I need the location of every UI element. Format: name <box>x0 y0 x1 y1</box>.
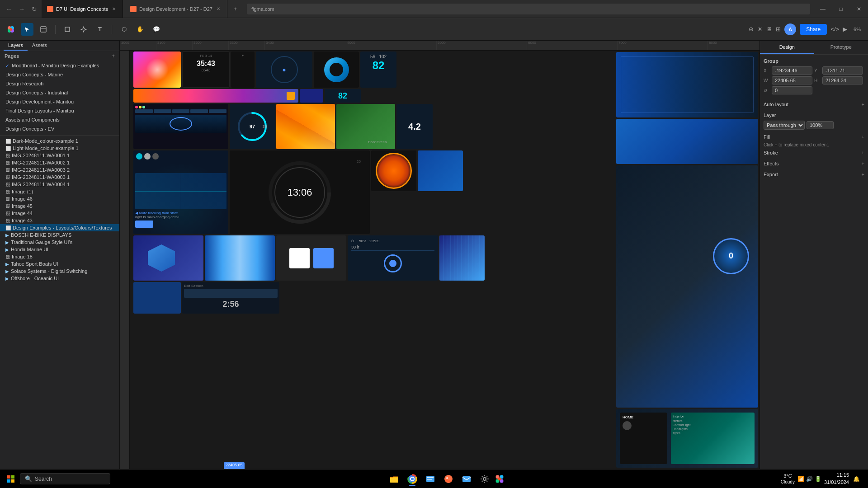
layer-section-header[interactable]: Layer <box>764 110 864 121</box>
layer-image-46[interactable]: 🖼 Image 46 <box>0 195 119 202</box>
move-tool[interactable] <box>21 23 33 36</box>
opacity-input[interactable] <box>807 121 834 129</box>
cursor-icon[interactable]: ⊕ <box>749 26 754 33</box>
component-tool[interactable]: ⬡ <box>118 23 130 36</box>
new-tab-button[interactable]: + <box>229 6 241 12</box>
text-tool[interactable]: T <box>94 23 106 36</box>
tab-d7-design[interactable]: D7 UI Design Concepts ✕ <box>42 0 123 18</box>
user-avatar[interactable]: A <box>784 23 796 35</box>
design-tab[interactable]: Design <box>760 41 814 54</box>
layers-tab[interactable]: Layers <box>4 41 28 51</box>
layer-img-wa0003-1[interactable]: 🖼 IMG-20248111-WA0003 1 <box>0 174 119 181</box>
window-maximize[interactable]: □ <box>832 2 850 16</box>
zoom-indicator[interactable]: 6% <box>851 27 863 32</box>
x-input[interactable] <box>772 66 812 75</box>
taskbar-mail[interactable] <box>458 471 475 487</box>
play-button[interactable]: ▶ <box>843 26 847 33</box>
tab-close-1[interactable]: ✕ <box>111 6 117 12</box>
canvas-content[interactable]: FEB 14 35:43 3543 ● ● <box>130 51 760 469</box>
page-dev-manitou[interactable]: Design Development - Manitou <box>0 97 119 106</box>
tab-design-dev[interactable]: Design Development - D27 - D27 ✕ <box>125 0 227 18</box>
export-section-header[interactable]: Export + <box>764 169 864 180</box>
layer-design-examples[interactable]: ⬜ Design Examples - Layouts/Colours/Text… <box>0 224 119 231</box>
w-input[interactable] <box>772 76 812 84</box>
layer-tahoe[interactable]: ▶ Tahoe Sport Boats UI <box>0 260 119 267</box>
taskbar-figma[interactable] <box>495 474 505 484</box>
h-input[interactable] <box>822 76 863 84</box>
layer-bosch[interactable]: ▶ BOSCH E-BIKE DISPLAYS <box>0 231 119 239</box>
layer-offshore[interactable]: ▶ Offshore - Oceanic UI <box>0 275 119 282</box>
taskbar-explorer[interactable] <box>386 471 402 487</box>
forward-button[interactable]: → <box>16 4 27 14</box>
page-marine[interactable]: Design Concepts - Marine <box>0 70 119 79</box>
frame-tool[interactable] <box>37 23 50 36</box>
auto-layout-header[interactable]: Auto layout + <box>764 99 864 110</box>
battery-icon[interactable]: 🔋 <box>815 476 821 482</box>
layer-img-wa0001[interactable]: 🖼 IMG-20248111-WA0001 1 <box>0 152 119 159</box>
effects-add[interactable]: + <box>862 161 864 166</box>
taskbar-files[interactable] <box>422 471 439 487</box>
window-minimize[interactable]: — <box>814 2 832 16</box>
taskbar-photos[interactable] <box>440 471 457 487</box>
effects-section-header[interactable]: Effects + <box>764 158 864 169</box>
taskbar-settings[interactable] <box>476 471 493 487</box>
auto-layout-add[interactable]: + <box>862 102 864 107</box>
y-input[interactable] <box>822 66 863 75</box>
layer-img-wa0003-2[interactable]: 🖼 IMG-20248111-WA0003 2 <box>0 166 119 174</box>
window-close[interactable]: ✕ <box>850 2 868 16</box>
tab-close-2[interactable]: ✕ <box>215 6 222 12</box>
pen-tool[interactable] <box>77 23 90 36</box>
taskbar-time[interactable]: 11:15 31/01/2024 <box>824 472 849 486</box>
layer-dark-mode[interactable]: ⬜ Dark-Mode_colour-example 1 <box>0 137 119 145</box>
stroke-section-header[interactable]: Stroke + <box>764 147 864 158</box>
layer-solace[interactable]: ▶ Solace Systems - Digital Switching <box>0 267 119 275</box>
stroke-add[interactable]: + <box>862 150 864 155</box>
notification-button[interactable]: 🔔 <box>852 472 861 486</box>
page-ev[interactable]: Design Concepts - EV <box>0 124 119 133</box>
add-page-button[interactable]: + <box>112 53 115 59</box>
layer-image-18[interactable]: 🖼 Image 18 <box>0 253 119 260</box>
prototype-tab[interactable]: Prototype <box>814 41 868 54</box>
address-bar[interactable]: figma.com <box>251 6 274 12</box>
page-industrial[interactable]: Design Concepts - Industrial <box>0 88 119 97</box>
fill-section-header[interactable]: Fill + <box>764 131 864 142</box>
design-card-dashboard <box>133 104 228 149</box>
layer-image-44[interactable]: 🖼 Image 44 <box>0 210 119 217</box>
network-icon[interactable]: 📶 <box>797 476 804 482</box>
layer-image-43[interactable]: 🖼 Image 43 <box>0 217 119 224</box>
back-button[interactable]: ← <box>4 4 14 14</box>
share-options[interactable]: 🖥 <box>766 26 772 33</box>
hand-tool[interactable]: ✋ <box>134 23 146 36</box>
page-research[interactable]: Design Research <box>0 79 119 88</box>
svg-rect-18 <box>390 478 398 483</box>
refresh-button[interactable]: ↻ <box>29 4 40 14</box>
code-view[interactable]: </> <box>830 26 839 33</box>
comment-tool[interactable]: 💬 <box>150 23 163 36</box>
layer-light-mode[interactable]: ⬜ Light-Mode_colour-example 1 <box>0 145 119 152</box>
figma-logo[interactable] <box>5 23 17 36</box>
layer-image-1[interactable]: 🖼 Image (1) <box>0 188 119 195</box>
fill-add[interactable]: + <box>862 134 864 140</box>
blend-mode-select[interactable]: Pass through <box>764 121 805 130</box>
fit-view[interactable]: ⊞ <box>776 26 781 33</box>
share-button[interactable]: Share <box>800 24 827 35</box>
volume-icon[interactable]: 🔊 <box>806 476 813 482</box>
layer-image-45[interactable]: 🖼 Image 45 <box>0 202 119 210</box>
taskbar-chrome[interactable] <box>404 471 420 487</box>
shape-tool[interactable] <box>61 23 74 36</box>
layer-honda[interactable]: ▶ Honda Marine UI <box>0 246 119 253</box>
start-button[interactable] <box>4 472 18 486</box>
r-input[interactable] <box>772 86 812 94</box>
assets-tab[interactable]: Assets <box>28 41 52 51</box>
taskbar-search[interactable]: 🔍 Search <box>20 473 110 484</box>
page-moodboard[interactable]: ✓ Moodboard - Manitou Design Examples <box>0 61 119 70</box>
tab-label-1: D7 UI Design Concepts <box>56 6 108 12</box>
export-add[interactable]: + <box>862 172 864 177</box>
canvas-area[interactable]: 3000 3100 3200 3300 3400 4000 5000 6000 … <box>120 41 760 469</box>
view-toggle[interactable]: ☀ <box>757 26 763 33</box>
layer-img-wa0004[interactable]: 🖼 IMG-20248111-WA0004 1 <box>0 181 119 188</box>
page-assets[interactable]: Assets and Components <box>0 115 119 124</box>
layer-gauge[interactable]: ▶ Traditional Gauge Style UI's <box>0 239 119 246</box>
layer-img-wa0002[interactable]: 🖼 IMG-20248111-WA0002 1 <box>0 159 119 166</box>
page-final[interactable]: Final Design Layouts - Manitou <box>0 106 119 115</box>
